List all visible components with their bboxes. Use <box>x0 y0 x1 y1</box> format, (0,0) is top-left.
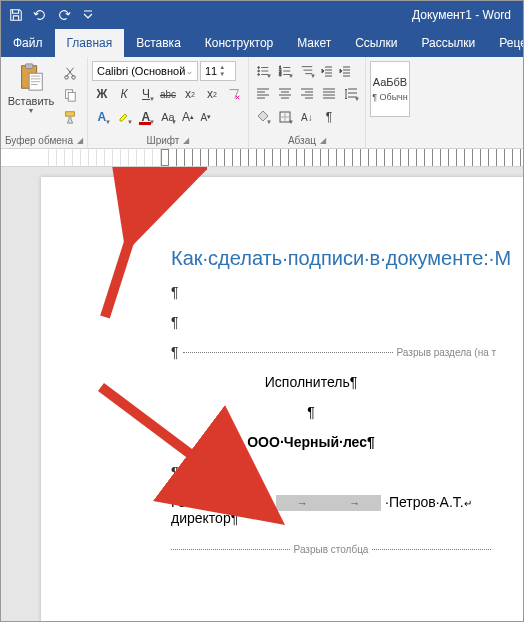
undo-icon[interactable] <box>29 4 51 26</box>
svg-text:3: 3 <box>279 72 282 77</box>
sig-name: ·Петров·А.Т. <box>385 494 464 510</box>
executor-line: Исполнитель¶ <box>171 374 451 390</box>
window-title: Документ1 - Word <box>99 8 519 22</box>
borders-icon[interactable]: ▼ <box>275 107 295 127</box>
dialog-launcher-icon[interactable]: ◢ <box>77 136 83 145</box>
tab-file[interactable]: Файл <box>1 29 55 57</box>
pilcrow: ¶ <box>171 284 523 300</box>
align-right-icon[interactable] <box>297 84 317 104</box>
pilcrow: ¶ <box>171 404 451 420</box>
pilcrow: ¶ <box>171 344 179 360</box>
tab-insert[interactable]: Вставка <box>124 29 193 57</box>
multilevel-icon[interactable]: ▼ <box>297 61 317 81</box>
font-size-value: 11 <box>205 65 217 77</box>
align-left-icon[interactable] <box>253 84 273 104</box>
column-break-label: Разрыв столбца <box>290 544 373 555</box>
document-canvas: Как·сделать·подписи·в·документе:·M ¶ ¶ ¶… <box>1 167 523 622</box>
title-bar: Документ1 - Word <box>1 1 523 29</box>
svg-rect-6 <box>68 92 75 101</box>
strike-button[interactable]: abc <box>158 84 178 104</box>
tab-design[interactable]: Конструктор <box>193 29 285 57</box>
quick-access-toolbar <box>5 4 99 26</box>
align-center-icon[interactable] <box>275 84 295 104</box>
clear-format-icon[interactable] <box>224 84 244 104</box>
tab-layout[interactable]: Макет <box>285 29 343 57</box>
line-spacing-icon[interactable]: ▼ <box>341 84 361 104</box>
underline-button[interactable]: Ч▼ <box>136 84 156 104</box>
tab-mailings[interactable]: Рассылки <box>409 29 487 57</box>
shading-icon[interactable]: ▼ <box>253 107 273 127</box>
bullets-icon[interactable]: ▼ <box>253 61 273 81</box>
font-size-combo[interactable]: 11▲▼ <box>200 61 236 81</box>
company-line: ООО·Черный·лес¶ <box>171 434 451 450</box>
tab-references[interactable]: Ссылки <box>343 29 409 57</box>
font-name-value: Calibri (Основной <box>97 65 185 77</box>
show-marks-icon[interactable]: ¶ <box>319 107 339 127</box>
group-font-label: Шрифт <box>147 135 180 146</box>
sig-role-line2: директор¶ <box>171 510 276 526</box>
pilcrow: ¶ <box>171 464 523 480</box>
svg-point-10 <box>258 74 260 76</box>
qat-customize-icon[interactable] <box>77 4 99 26</box>
svg-rect-7 <box>66 112 75 116</box>
selected-tabs[interactable]: → → <box>276 495 381 511</box>
group-paragraph-label: Абзац <box>288 135 316 146</box>
group-clipboard-label: Буфер обмена <box>5 135 73 146</box>
numbering-icon[interactable]: 123▼ <box>275 61 295 81</box>
copy-icon[interactable] <box>59 85 81 105</box>
font-color-icon[interactable]: A▼ <box>136 107 156 127</box>
ribbon-tabs: Файл Главная Вставка Конструктор Макет С… <box>1 29 523 57</box>
section-break-label: Разрыв раздела (на т <box>397 347 497 358</box>
highlight-icon[interactable]: ▼ <box>114 107 134 127</box>
sort-icon[interactable]: A↓ <box>297 107 317 127</box>
document-heading: Как·сделать·подписи·в·документе:·M <box>171 247 523 270</box>
svg-point-9 <box>258 70 260 72</box>
save-icon[interactable] <box>5 4 27 26</box>
increase-indent-icon[interactable] <box>337 61 353 81</box>
ruler[interactable] <box>1 149 523 167</box>
font-name-combo[interactable]: Calibri (Основной⌵ <box>92 61 198 81</box>
tab-review[interactable]: Рецензир <box>487 29 524 57</box>
paste-button[interactable]: Вставить ▼ <box>5 59 57 114</box>
justify-icon[interactable] <box>319 84 339 104</box>
sig-role-line1: Генеральный· <box>171 494 276 510</box>
group-styles: АаБбВ ¶ Обычн <box>366 57 414 148</box>
group-font: Calibri (Основной⌵ 11▲▼ Ж К Ч▼ abc x2 x2… <box>88 57 249 148</box>
group-clipboard: Вставить ▼ Буфер обмена◢ <box>1 57 88 148</box>
cut-icon[interactable] <box>59 63 81 83</box>
italic-button[interactable]: К <box>114 84 134 104</box>
paste-label: Вставить <box>8 95 55 107</box>
superscript-button[interactable]: x2 <box>202 84 222 104</box>
repeat-icon[interactable] <box>53 4 75 26</box>
decrease-indent-icon[interactable] <box>319 61 335 81</box>
tab-home[interactable]: Главная <box>55 29 125 57</box>
group-paragraph: ▼ 123▼ ▼ ▼ ▼ ▼ A↓ ¶ Абзац◢ <box>249 57 366 148</box>
format-painter-icon[interactable] <box>59 107 81 127</box>
subscript-button[interactable]: x2 <box>180 84 200 104</box>
svg-point-8 <box>258 67 260 69</box>
dialog-launcher-icon[interactable]: ◢ <box>183 136 189 145</box>
shrink-font-icon[interactable]: A▾ <box>198 107 214 127</box>
style-normal[interactable]: АаБбВ ¶ Обычн <box>370 61 410 117</box>
ribbon: Вставить ▼ Буфер обмена◢ Calibri (Основн… <box>1 57 523 149</box>
svg-rect-1 <box>25 64 33 69</box>
page[interactable]: Как·сделать·подписи·в·документе:·M ¶ ¶ ¶… <box>41 177 523 622</box>
signature-row: Генеральный· директор¶ → → ·Петров·А.Т.↵ <box>171 494 491 526</box>
text-effects-icon[interactable]: A▼ <box>92 107 112 127</box>
bold-button[interactable]: Ж <box>92 84 112 104</box>
grow-font-icon[interactable]: A▴ <box>180 107 196 127</box>
chevron-down-icon: ⌵ <box>185 67 194 76</box>
dialog-launcher-icon[interactable]: ◢ <box>320 136 326 145</box>
pilcrow: ¶ <box>171 314 523 330</box>
change-case-icon[interactable]: Aa▼ <box>158 107 178 127</box>
